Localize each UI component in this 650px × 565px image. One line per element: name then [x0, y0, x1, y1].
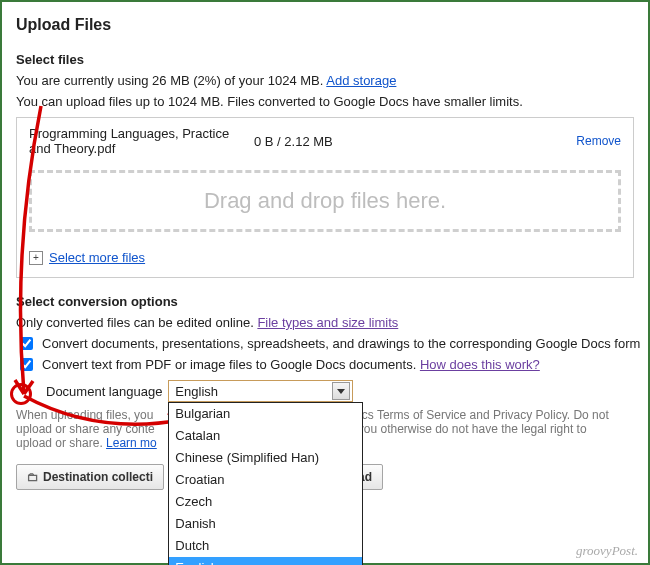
language-option[interactable]: Chinese (Simplified Han) — [169, 447, 362, 469]
select-files-header: Select files — [16, 52, 648, 67]
destination-collection-label: Destination collecti — [43, 470, 153, 484]
language-selected-value: English — [175, 384, 218, 399]
dropzone[interactable]: Drag and drop files here. — [29, 170, 621, 232]
language-dropdown: Bulgarian Catalan Chinese (Simplified Ha… — [168, 402, 363, 565]
convert-pdf-text: Convert text from PDF or image files to … — [42, 357, 420, 372]
conversion-note-prefix: Only converted files can be edited onlin… — [16, 315, 257, 330]
page-title: Upload Files — [16, 16, 648, 34]
convert-pdf-checkbox[interactable] — [20, 358, 33, 371]
usage-amount: 26 MB (2%) — [152, 73, 221, 88]
language-option[interactable]: English — [169, 557, 362, 565]
upload-box: Programming Languages, Practice and Theo… — [16, 117, 634, 278]
select-more-files-label: Select more files — [49, 250, 145, 265]
usage-mid: of your — [221, 73, 268, 88]
usage-prefix: You are currently using — [16, 73, 152, 88]
language-option[interactable]: Danish — [169, 513, 362, 535]
file-row: Programming Languages, Practice and Theo… — [17, 118, 633, 164]
language-option[interactable]: Croatian — [169, 469, 362, 491]
chevron-down-icon — [332, 382, 350, 400]
upload-limit-line: You can upload files up to 1024 MB. File… — [16, 94, 648, 109]
convert-docs-checkbox[interactable] — [20, 337, 33, 350]
folder-icon — [27, 470, 39, 484]
destination-collection-button[interactable]: Destination collecti — [16, 464, 164, 490]
conversion-note-line: Only converted files can be edited onlin… — [16, 315, 648, 330]
conversion-options-header: Select conversion options — [16, 294, 648, 309]
watermark: groovyPost. — [576, 543, 638, 559]
language-option[interactable]: Bulgarian — [169, 403, 362, 425]
how-does-this-work-link[interactable]: How does this work? — [420, 357, 540, 372]
disclaimer-text: ocs Terms of Service and Privacy Policy.… — [355, 408, 609, 422]
learn-more-link[interactable]: Learn mo — [106, 436, 157, 450]
add-storage-link[interactable]: Add storage — [326, 73, 396, 88]
disclaimer-text: When uploading files, you — [16, 408, 153, 422]
language-option[interactable]: Dutch — [169, 535, 362, 557]
disclaimer-text: upload or share any conte — [16, 422, 155, 436]
document-language-label: Document language — [46, 384, 162, 399]
convert-docs-label: Convert documents, presentations, spread… — [42, 336, 640, 351]
convert-docs-option-row: Convert documents, presentations, spread… — [16, 336, 648, 353]
storage-usage-line: You are currently using 26 MB (2%) of yo… — [16, 73, 648, 88]
file-size: 0 B / 2.12 MB — [254, 134, 434, 149]
file-types-link[interactable]: File types and size limits — [257, 315, 398, 330]
language-option[interactable]: Catalan — [169, 425, 362, 447]
language-option[interactable]: Czech — [169, 491, 362, 513]
disclaimer-text: upload or share. — [16, 436, 106, 450]
document-language-row: Document language English Bulgarian Cata… — [46, 380, 648, 402]
disclaimer-text: at you otherwise do not have the legal r… — [344, 422, 586, 436]
language-select[interactable]: English — [168, 380, 353, 402]
plus-icon: + — [29, 251, 43, 265]
file-name: Programming Languages, Practice and Theo… — [29, 126, 254, 156]
convert-pdf-label: Convert text from PDF or image files to … — [42, 357, 540, 372]
convert-pdf-option-row: Convert text from PDF or image files to … — [16, 357, 648, 374]
select-more-files-link[interactable]: + Select more files — [17, 242, 633, 277]
usage-total: 1024 MB — [268, 73, 320, 88]
dropzone-text: Drag and drop files here. — [204, 188, 446, 214]
remove-file-link[interactable]: Remove — [576, 134, 621, 148]
